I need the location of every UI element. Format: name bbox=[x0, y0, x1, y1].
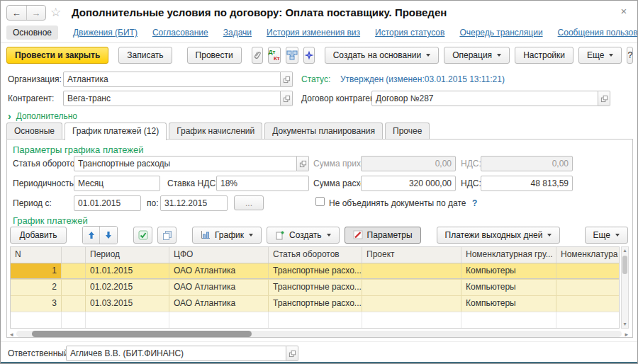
counterparty-field[interactable]: Вега-транс bbox=[63, 91, 293, 106]
scroll-right-icon[interactable]: ▸ bbox=[625, 331, 628, 338]
table-cell[interactable]: 01.03.2015 bbox=[86, 296, 169, 312]
schedule-more-button[interactable]: Еще bbox=[585, 227, 628, 244]
table-cell[interactable]: 3 bbox=[11, 296, 62, 312]
tab-payment-schedule[interactable]: График платежей (12) bbox=[65, 123, 167, 140]
help-button[interactable]: ? bbox=[627, 47, 633, 64]
move-down-button[interactable] bbox=[100, 227, 117, 244]
nav-item-approval[interactable]: Согласование bbox=[152, 28, 208, 38]
contract-value[interactable]: Договор №287 bbox=[371, 91, 598, 106]
write-button[interactable]: Записать bbox=[118, 47, 172, 64]
table-cell[interactable] bbox=[556, 296, 619, 312]
document-structure-button[interactable] bbox=[286, 47, 298, 64]
contract-field[interactable]: Договор №287 bbox=[371, 91, 610, 106]
table-cell[interactable] bbox=[62, 296, 86, 312]
nav-item-user-messages[interactable]: Сообщения пользователей bbox=[558, 28, 638, 38]
table-cell[interactable] bbox=[556, 280, 619, 295]
status-value-link[interactable]: Утвержден (изменен:03.01.2015 13:11:21) bbox=[340, 74, 505, 84]
table-row[interactable]: 3 01.03.2015 ОАО Атлантика Транспортные … bbox=[11, 295, 619, 312]
column-header-period[interactable]: Период bbox=[86, 247, 169, 263]
nav-item-movements[interactable]: Движения (БИТ) bbox=[73, 28, 138, 38]
column-header-marker[interactable] bbox=[62, 247, 86, 263]
table-row[interactable]: 2 01.02.2015 ОАО Атлантика Транспортные … bbox=[11, 279, 619, 295]
choose-icon[interactable] bbox=[281, 72, 293, 87]
choose-icon[interactable] bbox=[598, 91, 610, 106]
hints-button[interactable] bbox=[303, 47, 315, 64]
choose-icon[interactable] bbox=[286, 346, 298, 361]
scroll-up-icon[interactable]: ▴ bbox=[623, 247, 626, 254]
operation-button[interactable]: Операция bbox=[444, 47, 510, 64]
responsible-field[interactable]: Агличев В.В. (БИТ.ФИНАНС) bbox=[66, 346, 298, 361]
nav-item-status-history[interactable]: История статусов bbox=[375, 28, 444, 38]
vertical-scrollbar[interactable]: ▴ ▾ bbox=[621, 246, 629, 329]
nav-item-tasks[interactable]: Задачи bbox=[223, 28, 252, 38]
vat-income-value[interactable]: 0,00 bbox=[481, 156, 573, 171]
tab-other[interactable]: Прочее bbox=[385, 123, 430, 140]
column-header-nomenclature-group[interactable]: Номенклатурная гру... bbox=[461, 247, 556, 263]
vat-rate-field[interactable]: 18% bbox=[216, 176, 309, 191]
choose-icon[interactable] bbox=[281, 91, 293, 106]
no-merge-checkbox[interactable] bbox=[315, 197, 325, 206]
scroll-left-icon[interactable]: ◂ bbox=[10, 331, 13, 338]
organization-value[interactable]: Атлантика bbox=[63, 72, 281, 87]
organization-field[interactable]: Атлантика bbox=[63, 72, 293, 87]
table-cell[interactable]: 01.02.2015 bbox=[86, 280, 169, 295]
column-header-cfo[interactable]: ЦФО bbox=[169, 247, 269, 263]
table-cell[interactable] bbox=[362, 296, 461, 312]
dtkt-postings-button[interactable]: Дт Кт bbox=[268, 47, 281, 64]
periodicity-field[interactable]: Месяц bbox=[74, 176, 160, 191]
table-cell[interactable]: ОАО Атлантика bbox=[169, 296, 269, 312]
table-cell[interactable]: 01.01.2015 bbox=[86, 263, 169, 278]
counterparty-value[interactable]: Вега-транс bbox=[63, 91, 281, 106]
column-header-nomenclature[interactable]: Номенклатура bbox=[556, 247, 619, 263]
add-row-button[interactable]: Добавить bbox=[10, 227, 67, 244]
table-cell[interactable]: Компьютеры bbox=[461, 296, 556, 312]
table-cell[interactable]: Компьютеры bbox=[461, 263, 556, 278]
horizontal-scrollbar[interactable]: ◂ ▸ bbox=[10, 330, 628, 338]
column-header-n[interactable]: N bbox=[11, 247, 62, 263]
expense-sum-field[interactable]: 320 000,00 bbox=[361, 176, 456, 191]
horizontal-scroll-thumb[interactable] bbox=[32, 331, 252, 337]
table-cell[interactable] bbox=[362, 263, 461, 278]
expense-sum-value[interactable]: 320 000,00 bbox=[361, 176, 456, 191]
table-cell[interactable]: Транспортные расхо... bbox=[269, 263, 362, 278]
vat-expense-value[interactable]: 48 813,59 bbox=[481, 176, 573, 191]
table-cell[interactable]: Компьютеры bbox=[461, 280, 556, 295]
column-header-project[interactable]: Проект bbox=[362, 247, 461, 263]
period-to-field[interactable]: 31.12.2015 bbox=[160, 195, 228, 211]
move-up-button[interactable] bbox=[83, 227, 100, 244]
turnover-field[interactable]: Транспортные расходы bbox=[74, 156, 309, 171]
responsible-value[interactable]: Агличев В.В. (БИТ.ФИНАНС) bbox=[66, 346, 286, 361]
favorite-star-icon[interactable]: ☆ bbox=[50, 5, 61, 20]
table-cell[interactable]: Транспортные расхо... bbox=[269, 296, 362, 312]
post-and-close-button[interactable]: Провести и закрыть bbox=[6, 47, 108, 64]
table-cell[interactable] bbox=[62, 263, 86, 278]
nav-item-broadcast-queue[interactable]: Очередь трансляции bbox=[459, 28, 542, 38]
horizontal-scroll-track[interactable] bbox=[16, 331, 622, 337]
period-from-field[interactable]: 01.01.2015 bbox=[74, 195, 141, 211]
table-cell[interactable]: 1 bbox=[11, 263, 62, 278]
parameters-toggle-button[interactable]: Параметры bbox=[345, 227, 421, 244]
income-sum-value[interactable]: 0,00 bbox=[361, 156, 456, 171]
table-cell[interactable] bbox=[362, 280, 461, 295]
income-sum-field[interactable]: 0,00 bbox=[361, 156, 456, 171]
table-cell[interactable] bbox=[62, 280, 86, 295]
forward-icon[interactable]: → bbox=[27, 6, 46, 20]
nav-item-visa-history[interactable]: История изменения виз bbox=[267, 28, 360, 38]
table-cell[interactable]: ОАО Атлантика bbox=[169, 280, 269, 295]
additional-expander[interactable]: › Дополнительно bbox=[8, 110, 77, 122]
back-icon[interactable]: ← bbox=[7, 6, 27, 20]
table-row[interactable]: 1 01.01.2015 ОАО Атлантика Транспортные … bbox=[11, 263, 619, 279]
choose-icon[interactable] bbox=[297, 156, 309, 171]
vat-expense-field[interactable]: 48 813,59 bbox=[481, 176, 573, 191]
checkbox-help-icon[interactable]: ? bbox=[472, 198, 477, 208]
tab-accrual-schedule[interactable]: График начислений bbox=[169, 123, 262, 140]
chart-button[interactable]: График bbox=[192, 227, 262, 244]
create-based-on-button[interactable]: Создать на основании bbox=[325, 47, 440, 64]
vat-income-field[interactable]: 0,00 bbox=[481, 156, 573, 171]
attachments-button[interactable] bbox=[252, 47, 263, 64]
close-icon[interactable]: × bbox=[617, 5, 630, 17]
post-button[interactable]: Провести bbox=[187, 47, 242, 64]
no-merge-checkbox-label[interactable]: Не объединять документы по дате bbox=[329, 198, 466, 208]
vat-rate-value[interactable]: 18% bbox=[216, 176, 309, 191]
table-cell[interactable]: 2 bbox=[11, 280, 62, 295]
